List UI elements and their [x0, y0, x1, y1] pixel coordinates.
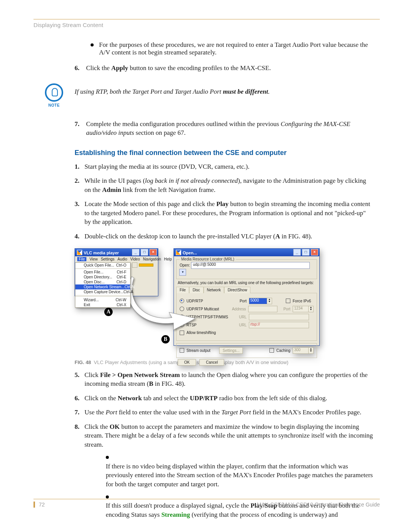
bullet-icon — [106, 456, 109, 459]
step-num: 3. — [75, 200, 84, 208]
stream-output-group: Stream output Settings... Caching 300 ▲▼ — [176, 343, 317, 358]
t: Click the — [86, 64, 111, 72]
menuitem-wizard[interactable]: Wizard...Ctrl-W — [75, 297, 130, 302]
mrl-input[interactable]: udp://@:5000 — [191, 262, 310, 269]
step: 6.Click on the Network tab and select th… — [75, 394, 379, 403]
tool-btn[interactable] — [132, 262, 137, 268]
note-text: If using RTP, both the Target Port and T… — [75, 86, 379, 96]
menu-file[interactable]: File — [77, 257, 86, 261]
addr-field — [248, 306, 277, 312]
step: 3.Locate the Mode section of this page a… — [75, 200, 379, 226]
step-num: 7. — [75, 408, 84, 417]
chevron-down-icon[interactable]: ▾ — [179, 269, 186, 276]
vlc-titlebar[interactable]: VLC media player _ □ × — [75, 249, 158, 256]
step-num: 4. — [75, 232, 84, 241]
port2-label: Port — [280, 307, 290, 311]
t: section on page 67. — [134, 129, 186, 136]
menu-view[interactable]: View — [89, 257, 98, 261]
step-text: Click on the Network tab and select the … — [84, 394, 374, 403]
footer-title: MAX-CSE/MAX-CSD10 Operation/Reference Gu… — [257, 502, 380, 508]
open-titlebar[interactable]: Open... _ □ × — [174, 249, 319, 256]
rtsp-url-field: rtsp:// — [249, 322, 309, 328]
caching-check[interactable] — [269, 348, 274, 353]
callout-b: B — [161, 335, 170, 343]
step-num: 6. — [75, 394, 84, 403]
menuitem-open-network-stream[interactable]: Open Network Stream...Ctrl-N — [75, 284, 130, 289]
t: must be different — [223, 88, 268, 95]
maximize-icon[interactable]: □ — [141, 249, 148, 256]
step-6: 6. Click the Apply button to save the en… — [75, 64, 379, 73]
timeshift-label: Allow timeshifting — [186, 331, 216, 335]
running-header: Displaying Stream Content — [33, 22, 380, 28]
vlc-toolbar — [132, 262, 153, 268]
stream-output-check[interactable] — [180, 348, 184, 353]
caching-label: Caching — [276, 348, 290, 353]
force-ipv6-check[interactable] — [286, 299, 290, 303]
step-text: Click the OK button to accept the parame… — [84, 422, 374, 449]
vlc-menubar[interactable]: FileViewSettingsAudioVideoNavigationHelp — [75, 256, 158, 262]
tab-network[interactable]: Network — [204, 287, 225, 293]
bullet-icon — [106, 495, 109, 498]
timeshift-check[interactable] — [180, 331, 184, 335]
figure-48: VLC media player _ □ × FileViewSettingsA… — [75, 248, 320, 356]
page-footer: 72 MAX-CSE/MAX-CSD10 Operation/Reference… — [33, 499, 380, 508]
minimize-icon[interactable]: _ — [293, 249, 301, 256]
menu-video[interactable]: Video — [130, 257, 140, 261]
close-icon[interactable]: × — [311, 249, 318, 256]
callout-a: A — [104, 308, 113, 316]
t: Apply — [111, 64, 128, 72]
port2-field: 1234 ▲▼ — [293, 306, 314, 312]
vlc-title: VLC media player — [84, 251, 119, 255]
step: 5.Click File > Open Network Stream to la… — [75, 371, 379, 388]
tab-directshow[interactable]: DirectShow — [224, 287, 250, 293]
open-label: Open: — [180, 263, 190, 267]
url-label: URL — [231, 315, 247, 319]
step-num: 6. — [75, 64, 84, 73]
close-icon[interactable]: × — [150, 249, 157, 256]
menuitem-quick-open-file[interactable]: Quick Open File...Ctrl-O — [75, 263, 130, 268]
menuitem-open-capture-device[interactable]: Open Capture Device...Ctrl-A — [75, 289, 130, 294]
t: If using RTP, both the Target Port and T… — [75, 88, 223, 95]
page-number: 72 — [33, 502, 45, 508]
cancel-button[interactable]: Cancel — [199, 359, 224, 366]
step-text: Use the Port field to enter the value us… — [84, 408, 374, 417]
bullet-icon — [91, 43, 94, 46]
menu-navigation[interactable]: Navigation — [143, 257, 161, 261]
port-field[interactable]: 5000 ▲▼ — [249, 298, 272, 304]
rtsp-label: RTSP — [186, 323, 228, 327]
menu-settings[interactable]: Settings — [101, 257, 115, 261]
port2-value: 1234 — [293, 306, 309, 312]
note-block: NOTE If using RTP, both the Target Port … — [75, 86, 379, 109]
port-value[interactable]: 5000 — [249, 298, 267, 304]
step-7: 7. Complete the media configuration proc… — [75, 120, 379, 137]
vlc-icon — [176, 250, 181, 255]
settings-button[interactable]: Settings... — [219, 347, 243, 354]
open-title: Open... — [183, 251, 197, 255]
volume-slider[interactable] — [139, 264, 153, 267]
sub-bullet: If there is no video being displayed wit… — [106, 453, 379, 489]
note-icon: NOTE — [45, 83, 63, 107]
menu-audio[interactable]: Audio — [118, 257, 127, 261]
step-text: Locate the Mode section of this page and… — [84, 200, 374, 226]
step: 8.Click the OK button to accept the para… — [75, 422, 379, 449]
step-text: Start playing the media at its source (D… — [84, 162, 374, 171]
caching-value: 300 — [293, 347, 309, 354]
t: . — [268, 88, 269, 95]
lightbulb-icon — [45, 83, 63, 102]
step-num: 5. — [75, 371, 84, 379]
menuitem-open-directory[interactable]: Open Directory...Ctrl-E — [75, 275, 130, 280]
menu-help[interactable]: Help — [164, 257, 172, 261]
sub-bullet-text: If there is no video being displayed wit… — [106, 462, 376, 489]
file-menu[interactable]: Quick Open File...Ctrl-OOpen File...Ctrl… — [75, 262, 131, 308]
maximize-icon[interactable]: □ — [302, 249, 309, 256]
step-text: While in the UI pages (log back in if no… — [84, 176, 374, 194]
t: Complete the media configuration procedu… — [86, 120, 280, 128]
minimize-icon[interactable]: _ — [132, 249, 139, 256]
menuitem-exit[interactable]: ExitCtrl-X — [75, 302, 130, 307]
menuitem-open-disc[interactable]: Open Disc...Ctrl-D — [75, 280, 130, 284]
step: 7.Use the Port field to enter the value … — [75, 408, 379, 417]
menuitem-open-file[interactable]: Open File...Ctrl-F — [75, 270, 130, 275]
ok-button[interactable]: OK — [178, 359, 196, 366]
intro-bullet: For the purposes of these procedures, we… — [91, 41, 379, 56]
group-title: Media Resource Locator (MRL) — [180, 257, 236, 261]
